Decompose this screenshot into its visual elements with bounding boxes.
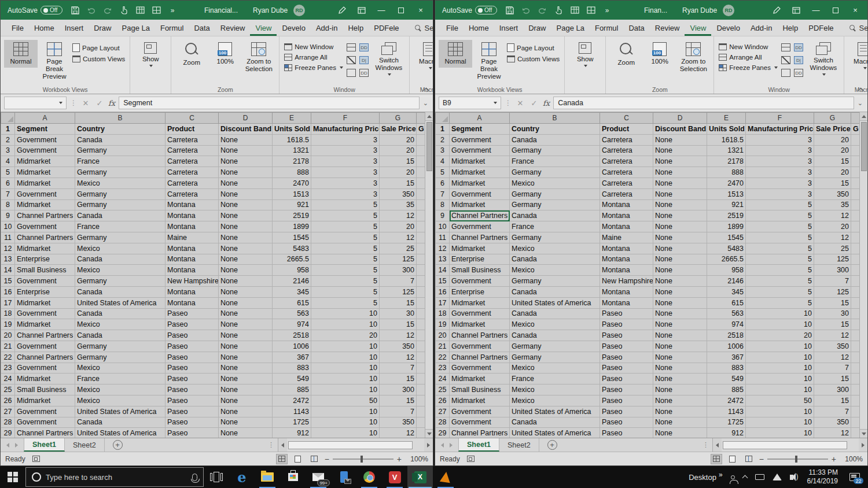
cell[interactable]: 12 bbox=[380, 210, 417, 221]
show-hidden-icons-chevron[interactable] bbox=[743, 474, 747, 480]
cell[interactable]: Midmarket bbox=[450, 297, 510, 308]
cell[interactable]: 5 bbox=[311, 254, 380, 265]
row-header[interactable]: 22 bbox=[1, 352, 15, 363]
row-header[interactable]: 13 bbox=[436, 254, 450, 265]
cell[interactable]: 15 bbox=[814, 178, 851, 188]
cell[interactable]: Montana bbox=[165, 221, 219, 232]
switch-windows-button[interactable]: Switch Windows bbox=[807, 40, 840, 78]
cell[interactable]: None bbox=[219, 254, 273, 265]
row-header[interactable]: 25 bbox=[1, 385, 15, 395]
cell[interactable]: Midmarket bbox=[450, 374, 510, 385]
cell[interactable]: None bbox=[219, 319, 273, 330]
cell[interactable]: None bbox=[653, 385, 707, 395]
cell[interactable]: Channel Partners bbox=[15, 210, 75, 221]
row-header[interactable]: 23 bbox=[436, 363, 450, 374]
cell[interactable]: 20 bbox=[814, 134, 851, 145]
cell[interactable]: Germany bbox=[510, 341, 600, 352]
cell[interactable]: 5 bbox=[746, 199, 814, 210]
cell[interactable]: Sale Price bbox=[380, 124, 417, 135]
cell[interactable]: 10 bbox=[746, 406, 814, 417]
cell[interactable]: Mexico bbox=[75, 363, 165, 374]
microphone-icon[interactable] bbox=[192, 474, 197, 481]
ribbon-display-options-icon[interactable] bbox=[786, 1, 806, 20]
cell[interactable]: Channel Partners bbox=[450, 428, 510, 438]
cell[interactable]: Midmarket bbox=[15, 199, 75, 210]
cell[interactable]: 5 bbox=[746, 265, 814, 276]
cell[interactable]: None bbox=[653, 297, 707, 308]
horizontal-scrollbar[interactable] bbox=[712, 438, 867, 452]
cell[interactable]: Units Sold bbox=[707, 124, 746, 135]
cell[interactable]: 912 bbox=[707, 428, 746, 438]
freeze-panes-button[interactable]: Freeze Panes bbox=[719, 64, 778, 71]
cell[interactable]: None bbox=[653, 286, 707, 297]
cell[interactable]: Carretera bbox=[165, 167, 219, 178]
cell[interactable]: 2518 bbox=[707, 330, 746, 341]
row-header[interactable]: 16 bbox=[1, 286, 15, 297]
cell[interactable]: Mexico bbox=[510, 395, 600, 406]
cell[interactable]: Germany bbox=[510, 188, 600, 199]
cell[interactable]: 15 bbox=[380, 297, 417, 308]
cell[interactable]: 1513 bbox=[707, 188, 746, 199]
row-header[interactable]: 10 bbox=[1, 221, 15, 232]
cell[interactable]: 300 bbox=[814, 385, 851, 395]
menu-tab-formul[interactable]: Formul bbox=[590, 20, 623, 36]
cell[interactable]: 2518 bbox=[273, 330, 311, 341]
column-header-f[interactable]: F bbox=[311, 113, 380, 124]
cell[interactable]: Midmarket bbox=[15, 297, 75, 308]
cell[interactable]: 1725 bbox=[707, 417, 746, 428]
cell[interactable]: None bbox=[219, 276, 273, 287]
menu-tab-data[interactable]: Data bbox=[623, 20, 649, 36]
cell[interactable]: 5 bbox=[311, 210, 380, 221]
macros-button[interactable]: Macros bbox=[848, 40, 868, 72]
menu-tab-page-la[interactable]: Page La bbox=[117, 20, 155, 36]
cell[interactable]: Canada bbox=[75, 254, 165, 265]
save-icon[interactable] bbox=[505, 6, 514, 15]
cell[interactable]: 1006 bbox=[273, 341, 311, 352]
add-sheet-icon[interactable]: + bbox=[113, 440, 123, 450]
menu-tab-insert[interactable]: Insert bbox=[60, 20, 89, 36]
insert-table-icon[interactable] bbox=[135, 6, 145, 15]
worksheet-grid[interactable]: ABCDEFG1SegmentCountryProductDiscount Ba… bbox=[1, 112, 433, 438]
row-header[interactable]: 14 bbox=[1, 265, 15, 276]
selected-cell[interactable]: Channel Partners bbox=[450, 210, 510, 221]
hide-window-icon[interactable] bbox=[347, 56, 356, 64]
cell[interactable]: Canada bbox=[510, 210, 600, 221]
column-header-b[interactable]: B bbox=[510, 113, 600, 124]
cell[interactable]: 5 bbox=[311, 221, 380, 232]
cell[interactable]: 125 bbox=[814, 254, 851, 265]
cell[interactable]: 10 bbox=[311, 341, 380, 352]
cell[interactable]: None bbox=[219, 363, 273, 374]
select-all-corner[interactable] bbox=[1, 113, 15, 124]
cell[interactable]: Carretera bbox=[165, 134, 219, 145]
file-explorer-taskbar-button[interactable] bbox=[255, 466, 280, 488]
row-header[interactable]: 21 bbox=[1, 341, 15, 352]
row-header[interactable]: 10 bbox=[436, 221, 450, 232]
cell[interactable]: 10 bbox=[746, 374, 814, 385]
cell[interactable]: 12 bbox=[814, 232, 851, 243]
cell[interactable]: Government bbox=[15, 145, 75, 156]
scroll-left-icon[interactable] bbox=[713, 438, 722, 452]
next-sheet-icon[interactable] bbox=[15, 443, 18, 448]
cell[interactable]: 5483 bbox=[273, 243, 311, 254]
cell[interactable]: 7 bbox=[814, 276, 851, 287]
cell[interactable]: 5 bbox=[311, 199, 380, 210]
column-header-g[interactable]: G bbox=[380, 113, 417, 124]
cell[interactable]: None bbox=[653, 178, 707, 188]
cell[interactable]: Mexico bbox=[75, 178, 165, 188]
row-header[interactable]: 24 bbox=[436, 374, 450, 385]
cell[interactable]: Germany bbox=[510, 167, 600, 178]
cell[interactable]: 912 bbox=[273, 428, 311, 438]
menu-tab-pdfele[interactable]: PDFele bbox=[803, 20, 838, 36]
horizontal-scroll-thumb[interactable] bbox=[723, 441, 847, 449]
menu-tab-help[interactable]: Help bbox=[343, 20, 369, 36]
cell[interactable]: Paseo bbox=[600, 428, 653, 438]
cell[interactable]: Government bbox=[450, 276, 510, 287]
cell[interactable]: 345 bbox=[707, 286, 746, 297]
cell[interactable]: Channel Partners bbox=[15, 352, 75, 363]
sheet-tab-sheet2[interactable]: Sheet2 bbox=[65, 438, 105, 452]
zoom-to-selection-button[interactable]: Zoom to Selection bbox=[242, 40, 275, 75]
cell[interactable]: Mexico bbox=[75, 319, 165, 330]
cell[interactable]: 350 bbox=[380, 417, 417, 428]
cell[interactable]: 7 bbox=[380, 363, 417, 374]
qat-overflow-icon[interactable]: » bbox=[168, 6, 177, 15]
